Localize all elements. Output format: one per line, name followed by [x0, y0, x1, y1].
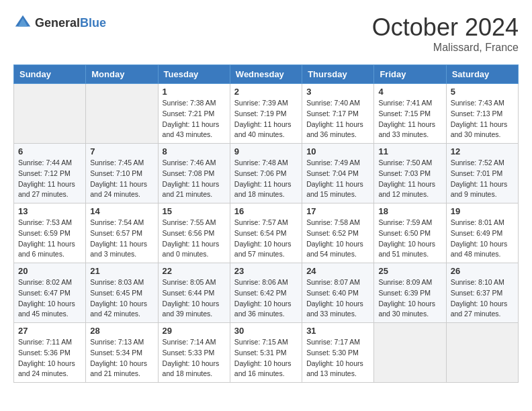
sunrise-text: Sunrise: 7:39 AM: [234, 99, 288, 107]
sunset-text: Sunset: 6:52 PM: [306, 229, 359, 237]
day-number: 25: [378, 266, 441, 276]
calendar-cell: 3Sunrise: 7:40 AMSunset: 7:17 PMDaylight…: [302, 84, 374, 144]
sunrise-text: Sunrise: 7:48 AM: [234, 158, 288, 167]
calendar-cell: 17Sunrise: 7:58 AMSunset: 6:52 PMDayligh…: [302, 203, 374, 263]
cell-info: Sunrise: 7:46 AMSunset: 7:08 PMDaylight:…: [163, 158, 226, 200]
day-number: 5: [451, 87, 514, 97]
sunset-text: Sunset: 6:40 PM: [306, 289, 359, 297]
cell-info: Sunrise: 7:40 AMSunset: 7:17 PMDaylight:…: [306, 98, 369, 140]
calendar-week-row: 27Sunrise: 7:11 AMSunset: 5:36 PMDayligh…: [14, 323, 519, 383]
daylight-text: Daylight: 10 hours and 45 minutes.: [18, 300, 75, 318]
cell-info: Sunrise: 8:07 AMSunset: 6:40 PMDaylight:…: [306, 277, 369, 320]
daylight-text: Daylight: 11 hours and 9 minutes.: [451, 180, 508, 199]
daylight-text: Daylight: 11 hours and 43 minutes.: [163, 120, 220, 139]
cell-info: Sunrise: 7:43 AMSunset: 7:13 PMDaylight:…: [451, 98, 514, 140]
sunset-text: Sunset: 5:30 PM: [306, 349, 359, 357]
sunset-text: Sunset: 6:37 PM: [451, 289, 503, 297]
sunset-text: Sunset: 7:06 PM: [234, 169, 287, 177]
day-number: 4: [378, 87, 441, 97]
calendar-cell: 22Sunrise: 8:05 AMSunset: 6:44 PMDayligh…: [158, 263, 230, 323]
daylight-text: Daylight: 10 hours and 39 minutes.: [163, 300, 220, 318]
daylight-text: Daylight: 10 hours and 48 minutes.: [451, 240, 508, 259]
sunset-text: Sunset: 7:10 PM: [90, 169, 142, 177]
sunrise-text: Sunrise: 7:45 AM: [90, 158, 144, 167]
weekday-header: Sunday: [14, 65, 86, 84]
month-title: October 2024: [372, 13, 519, 42]
day-number: 30: [234, 326, 298, 336]
title-section: October 2024 Malissard, France: [372, 13, 519, 54]
cell-info: Sunrise: 7:14 AMSunset: 5:33 PMDaylight:…: [163, 337, 226, 379]
calendar-cell: 18Sunrise: 7:59 AMSunset: 6:50 PMDayligh…: [374, 203, 446, 263]
sunset-text: Sunset: 7:12 PM: [18, 169, 71, 177]
logo-blue-text: Blue: [80, 16, 106, 30]
day-number: 9: [234, 146, 298, 156]
page-header: GeneralBlue October 2024 Malissard, Fran…: [13, 13, 519, 54]
day-number: 15: [163, 206, 226, 216]
sunrise-text: Sunrise: 8:03 AM: [90, 278, 144, 286]
daylight-text: Daylight: 11 hours and 33 minutes.: [378, 120, 435, 139]
cell-info: Sunrise: 7:11 AMSunset: 5:36 PMDaylight:…: [18, 337, 81, 379]
daylight-text: Daylight: 11 hours and 15 minutes.: [306, 180, 363, 199]
daylight-text: Daylight: 11 hours and 36 minutes.: [306, 120, 363, 139]
sunset-text: Sunset: 5:36 PM: [18, 349, 71, 357]
sunrise-text: Sunrise: 7:41 AM: [378, 99, 432, 107]
cell-info: Sunrise: 8:02 AMSunset: 6:47 PMDaylight:…: [18, 277, 81, 320]
daylight-text: Daylight: 10 hours and 42 minutes.: [90, 300, 147, 318]
day-number: 6: [18, 146, 81, 156]
calendar-cell: 27Sunrise: 7:11 AMSunset: 5:36 PMDayligh…: [14, 323, 86, 383]
calendar-cell: 11Sunrise: 7:50 AMSunset: 7:03 PMDayligh…: [374, 144, 446, 203]
cell-info: Sunrise: 8:03 AMSunset: 6:45 PMDaylight:…: [90, 277, 153, 320]
sunset-text: Sunset: 7:19 PM: [234, 109, 287, 118]
daylight-text: Daylight: 10 hours and 13 minutes.: [306, 359, 363, 378]
day-number: 27: [18, 326, 81, 336]
logo-general-text: General: [35, 16, 80, 30]
day-number: 12: [451, 146, 514, 156]
sunrise-text: Sunrise: 7:11 AM: [18, 338, 72, 346]
sunrise-text: Sunrise: 7:13 AM: [90, 338, 144, 346]
sunset-text: Sunset: 6:44 PM: [163, 289, 215, 297]
sunset-text: Sunset: 7:21 PM: [163, 109, 215, 118]
day-number: 2: [234, 87, 298, 97]
calendar-cell: 10Sunrise: 7:49 AMSunset: 7:04 PMDayligh…: [302, 144, 374, 203]
daylight-text: Daylight: 11 hours and 27 minutes.: [18, 180, 75, 199]
calendar-table: SundayMondayTuesdayWednesdayThursdayFrid…: [13, 64, 519, 383]
sunrise-text: Sunrise: 7:59 AM: [378, 218, 432, 226]
sunset-text: Sunset: 6:56 PM: [163, 229, 215, 237]
cell-info: Sunrise: 7:39 AMSunset: 7:19 PMDaylight:…: [234, 98, 298, 140]
day-number: 7: [90, 146, 153, 156]
weekday-header: Wednesday: [230, 65, 302, 84]
sunset-text: Sunset: 6:47 PM: [18, 289, 71, 297]
cell-info: Sunrise: 8:09 AMSunset: 6:39 PMDaylight:…: [378, 277, 441, 320]
sunrise-text: Sunrise: 8:05 AM: [163, 278, 216, 286]
day-number: 23: [234, 266, 298, 276]
sunrise-text: Sunrise: 8:07 AM: [306, 278, 360, 286]
sunrise-text: Sunrise: 7:55 AM: [163, 218, 216, 226]
calendar-cell: 13Sunrise: 7:53 AMSunset: 6:59 PMDayligh…: [14, 203, 86, 263]
sunrise-text: Sunrise: 8:09 AM: [378, 278, 432, 286]
sunrise-text: Sunrise: 7:52 AM: [451, 158, 504, 167]
cell-info: Sunrise: 7:44 AMSunset: 7:12 PMDaylight:…: [18, 158, 81, 200]
cell-info: Sunrise: 7:38 AMSunset: 7:21 PMDaylight:…: [163, 98, 226, 140]
sunrise-text: Sunrise: 7:14 AM: [163, 338, 216, 346]
daylight-text: Daylight: 11 hours and 21 minutes.: [163, 180, 220, 199]
daylight-text: Daylight: 10 hours and 24 minutes.: [18, 359, 75, 378]
calendar-cell: 1Sunrise: 7:38 AMSunset: 7:21 PMDaylight…: [158, 84, 230, 144]
daylight-text: Daylight: 10 hours and 57 minutes.: [234, 240, 292, 259]
sunrise-text: Sunrise: 8:06 AM: [234, 278, 288, 286]
calendar-cell: 5Sunrise: 7:43 AMSunset: 7:13 PMDaylight…: [446, 84, 518, 144]
sunrise-text: Sunrise: 7:49 AM: [306, 158, 360, 167]
cell-info: Sunrise: 7:55 AMSunset: 6:56 PMDaylight:…: [163, 218, 226, 260]
sunset-text: Sunset: 6:59 PM: [18, 229, 71, 237]
sunrise-text: Sunrise: 8:01 AM: [451, 218, 504, 226]
calendar-cell: 19Sunrise: 8:01 AMSunset: 6:49 PMDayligh…: [446, 203, 518, 263]
calendar-week-row: 1Sunrise: 7:38 AMSunset: 7:21 PMDaylight…: [14, 84, 519, 144]
sunrise-text: Sunrise: 7:50 AM: [378, 158, 432, 167]
day-number: 17: [306, 206, 369, 216]
calendar-cell: 30Sunrise: 7:15 AMSunset: 5:31 PMDayligh…: [230, 323, 302, 383]
sunset-text: Sunset: 5:31 PM: [234, 349, 287, 357]
sunset-text: Sunset: 5:34 PM: [90, 349, 142, 357]
cell-info: Sunrise: 7:57 AMSunset: 6:54 PMDaylight:…: [234, 218, 298, 260]
sunset-text: Sunset: 6:57 PM: [90, 229, 142, 237]
sunset-text: Sunset: 7:01 PM: [451, 169, 503, 177]
cell-info: Sunrise: 8:06 AMSunset: 6:42 PMDaylight:…: [234, 277, 298, 320]
